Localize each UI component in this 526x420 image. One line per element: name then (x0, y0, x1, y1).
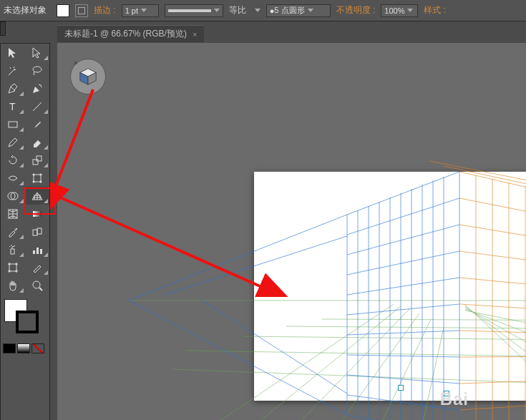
direct-selection-tool[interactable] (25, 44, 49, 62)
svg-rect-77 (36, 156, 42, 161)
line-tool[interactable] (25, 97, 49, 115)
svg-rect-88 (37, 228, 42, 234)
slice-tool[interactable] (25, 258, 49, 276)
widget-close-icon[interactable]: × (74, 59, 77, 67)
panel-handle[interactable] (0, 21, 6, 36)
dash-field[interactable] (165, 4, 223, 17)
artboard (254, 172, 526, 401)
svg-point-82 (40, 180, 42, 182)
curvature-tool[interactable] (25, 79, 49, 97)
svg-rect-89 (11, 249, 14, 254)
shape-builder-tool[interactable] (1, 187, 25, 205)
canvas[interactable]: × (57, 43, 526, 420)
svg-rect-87 (33, 230, 37, 235)
rotate-tool[interactable] (1, 151, 25, 169)
mesh-tool[interactable] (1, 205, 25, 223)
svg-rect-78 (34, 175, 41, 182)
paintbrush-tool[interactable] (25, 115, 49, 133)
type-tool[interactable]: T (1, 97, 25, 115)
stroke-label: 描边 : (94, 4, 116, 16)
options-bar: 未选择对象 描边 : 1 pt 等比 ● 5 点圆形 不透明度 : 100% 样… (0, 0, 526, 21)
fill-stroke-control[interactable] (4, 299, 27, 322)
svg-rect-75 (9, 122, 17, 127)
svg-rect-90 (33, 250, 35, 254)
zoom-tool[interactable] (25, 276, 49, 294)
scale-label: 等比 (229, 4, 246, 16)
scale-dropdown-icon[interactable] (255, 9, 260, 12)
svg-point-80 (40, 173, 42, 175)
svg-rect-76 (33, 160, 38, 165)
stroke-color-icon[interactable] (16, 311, 39, 333)
blend-tool[interactable] (25, 223, 49, 240)
magic-wand-tool[interactable] (1, 62, 25, 79)
eraser-tool[interactable] (25, 133, 49, 151)
document-title: 未标题-1 @ 66.67% (RGB/预览) (64, 28, 187, 40)
perspective-cube-icon (78, 67, 98, 87)
perspective-grid-tool[interactable] (25, 187, 49, 205)
svg-point-94 (33, 281, 40, 288)
free-transform-tool[interactable] (25, 169, 49, 187)
fill-swatch[interactable] (57, 4, 69, 17)
svg-rect-92 (40, 249, 42, 254)
artboard-tool[interactable] (1, 258, 25, 276)
color-mode-solid[interactable] (3, 343, 16, 353)
style-label: 样式 : (424, 4, 446, 16)
svg-rect-93 (9, 264, 16, 271)
gradient-tool[interactable] (25, 205, 49, 223)
pencil-tool[interactable] (1, 133, 25, 151)
svg-rect-86 (33, 211, 42, 217)
selection-status: 未选择对象 (4, 4, 51, 16)
stroke-weight-field[interactable]: 1 pt (122, 4, 159, 17)
close-tab-icon[interactable]: × (193, 30, 197, 39)
stroke-swatch[interactable] (75, 4, 88, 17)
column-graph-tool[interactable] (25, 240, 49, 258)
rectangle-tool[interactable] (1, 115, 25, 133)
svg-line-74 (33, 102, 42, 111)
svg-point-72 (33, 67, 42, 72)
symbol-sprayer-tool[interactable] (1, 240, 25, 258)
pen-tool[interactable] (1, 79, 25, 97)
lasso-tool[interactable] (25, 62, 49, 79)
width-tool[interactable] (1, 169, 25, 187)
perspective-plane-widget[interactable]: × (70, 59, 106, 94)
scale-tool[interactable] (25, 151, 49, 169)
svg-line-95 (39, 288, 42, 290)
svg-text:T: T (9, 101, 16, 112)
svg-point-81 (33, 180, 35, 182)
color-mode-gradient[interactable] (17, 343, 30, 353)
grid-handle[interactable] (398, 385, 404, 391)
eyedropper-tool[interactable] (1, 223, 25, 240)
hand-tool[interactable] (1, 276, 25, 294)
color-mode-row (3, 343, 44, 353)
selection-tool[interactable] (1, 44, 25, 62)
svg-line-66 (459, 399, 526, 410)
watermark: Bai (440, 389, 469, 409)
opacity-label: 不透明度 : (336, 4, 376, 16)
svg-point-79 (33, 173, 35, 175)
svg-line-21 (347, 415, 459, 420)
opacity-field[interactable]: 100% (381, 4, 418, 17)
stroke-profile-field[interactable]: ● 5 点圆形 (266, 4, 331, 17)
color-mode-none[interactable] (31, 343, 44, 353)
svg-rect-91 (36, 248, 39, 254)
tools-panel: T (0, 43, 50, 420)
document-tab[interactable]: 未标题-1 @ 66.67% (RGB/预览) × (57, 25, 204, 42)
